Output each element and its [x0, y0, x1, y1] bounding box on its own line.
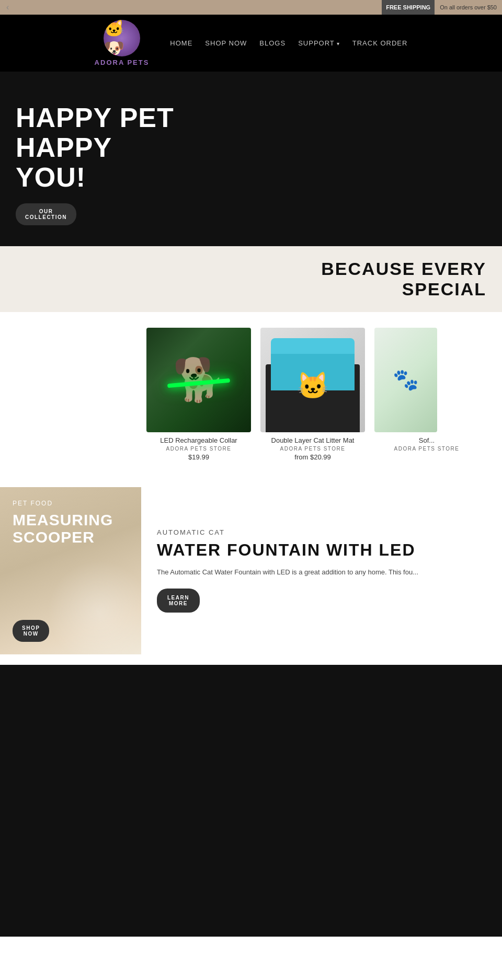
- announcement-bar: ‹ FREE SHIPPING On all orders over $50: [0, 0, 502, 15]
- hero-heading-line3: YOU!: [16, 162, 86, 192]
- logo-text: ADORA PETS: [95, 59, 150, 66]
- product-store-2: ADORA PETS STORE: [260, 446, 365, 452]
- nav-links: HOME SHOP NOW BLOGS SUPPORT TRACK ORDER: [170, 39, 407, 47]
- feature-description: The Automatic Cat Water Fountain with LE…: [157, 567, 429, 578]
- feature-left-panel: PET FOOD MEASURING SCOOPER SHOPNOW: [0, 487, 141, 654]
- litter-box-top: [271, 338, 355, 354]
- hero-section: HAPPY PET HAPPY YOU! OURCOLLECTION: [0, 72, 502, 246]
- hero-heading: HAPPY PET HAPPY YOU!: [16, 103, 174, 193]
- because-section: BECAUSE EVERY SPECIAL: [0, 246, 502, 312]
- product-name-1: LED Rechargeable Collar: [146, 436, 251, 444]
- nav-blogs[interactable]: BLOGS: [259, 39, 286, 47]
- product-image-2: [260, 328, 365, 432]
- product-name-3: Sof...: [374, 436, 479, 444]
- logo-circle: 🐱🐶: [104, 20, 140, 56]
- feature-right-panel: AUTOMATIC CAT WATER FOUNTAIN WITH LED Th…: [141, 487, 502, 654]
- product-price-1: $19.99: [146, 453, 251, 461]
- products-section: LED Rechargeable Collar ADORA PETS STORE…: [0, 312, 502, 477]
- product-card-2[interactable]: Double Layer Cat Litter Mat ADORA PETS S…: [260, 328, 365, 461]
- feature-section: PET FOOD MEASURING SCOOPER SHOPNOW AUTOM…: [0, 487, 502, 654]
- because-heading: BECAUSE EVERY SPECIAL: [16, 259, 486, 299]
- bottom-section: [0, 665, 502, 937]
- nav-home[interactable]: HOME: [170, 39, 192, 47]
- support-chevron-icon: [337, 39, 340, 47]
- because-line2: SPECIAL: [402, 279, 486, 299]
- product-image-1: [146, 328, 251, 432]
- feature-right-heading: WATER FOUNTAIN WITH LED: [157, 540, 486, 560]
- nav-support-label: SUPPORT: [298, 39, 335, 47]
- logo-icon: 🐱🐶: [104, 20, 140, 56]
- product-card-3[interactable]: Sof... ADORA PETS STORE: [374, 328, 479, 461]
- shipping-badge: FREE SHIPPING On all orders over $50: [382, 0, 502, 15]
- hero-heading-line2: HAPPY: [16, 132, 112, 163]
- because-line1: BECAUSE EVERY: [321, 259, 486, 279]
- hero-heading-line1: HAPPY PET: [16, 102, 174, 133]
- products-row: LED Rechargeable Collar ADORA PETS STORE…: [146, 328, 502, 461]
- nav-track-order[interactable]: TRACK ORDER: [352, 39, 408, 47]
- product-image-3: [374, 328, 437, 432]
- navbar: 🐱🐶 ADORA PETS HOME SHOP NOW BLOGS SUPPOR…: [0, 15, 502, 72]
- product-store-1: ADORA PETS STORE: [146, 446, 251, 452]
- collection-button[interactable]: OURCOLLECTION: [16, 203, 76, 225]
- product-card-1[interactable]: LED Rechargeable Collar ADORA PETS STORE…: [146, 328, 251, 461]
- product-name-2: Double Layer Cat Litter Mat: [260, 436, 365, 444]
- feature-category-label: PET FOOD: [13, 500, 129, 507]
- litter-box-bottom: [271, 354, 355, 390]
- nav-support[interactable]: SUPPORT: [298, 39, 340, 47]
- feature-heading-line1: MEASURING: [13, 511, 113, 528]
- litter-box: [271, 338, 355, 390]
- product-price-2: from $20.99: [260, 453, 365, 461]
- shop-now-button[interactable]: SHOPNOW: [13, 620, 49, 642]
- free-shipping-label: FREE SHIPPING: [382, 0, 435, 15]
- product-store-3: ADORA PETS STORE: [374, 446, 479, 452]
- feature-heading-line2: SCOOPER: [13, 528, 95, 546]
- learn-more-button[interactable]: LEARNMORE: [157, 589, 200, 613]
- shipping-condition-text: On all orders over $50: [435, 0, 502, 15]
- nav-shop-now[interactable]: SHOP NOW: [205, 39, 247, 47]
- logo-section[interactable]: 🐱🐶 ADORA PETS: [95, 20, 150, 66]
- feature-left-heading: MEASURING SCOOPER: [13, 511, 129, 546]
- prev-arrow-icon[interactable]: ‹: [6, 3, 9, 12]
- feature-sub-category: AUTOMATIC CAT: [157, 528, 486, 536]
- hero-content: HAPPY PET HAPPY YOU! OURCOLLECTION: [16, 103, 174, 225]
